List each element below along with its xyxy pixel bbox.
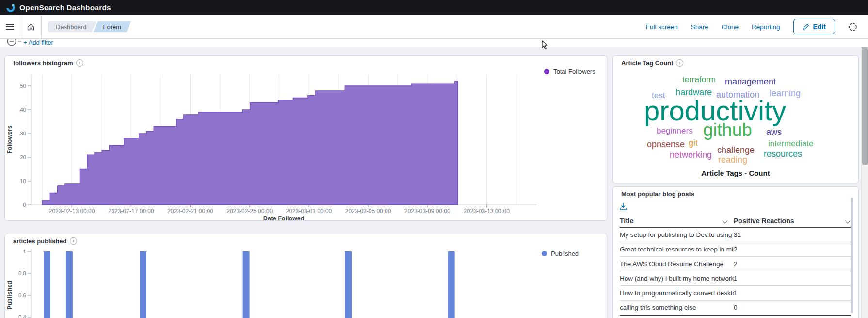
x-tick-label: 2023-03-05 00:00 <box>345 208 391 215</box>
add-filter-link[interactable]: + Add filter <box>23 39 53 46</box>
full-screen-link[interactable]: Full screen <box>646 23 678 31</box>
cell-positive-reactions: 0 <box>734 304 851 311</box>
articles-published-chart[interactable]: 10.80.60.4Published <box>5 247 608 318</box>
y-tick-label: 50 <box>20 83 26 89</box>
column-header-positive-reactions[interactable]: Positive Reactions <box>734 217 851 225</box>
followers-histogram-svg: 010203040502023-02-13 00:002023-02-17 00… <box>5 68 608 221</box>
info-icon[interactable]: i <box>676 59 683 67</box>
table-row: The AWS Cloud Resume Challenge2 <box>620 257 851 271</box>
table-header-row: Title Positive Reactions <box>620 214 851 228</box>
sort-chevron-icon[interactable] <box>845 218 850 223</box>
y-tick-label: 10 <box>20 178 26 184</box>
y-tick-label: 40 <box>20 107 26 113</box>
cell-positive-reactions: 1 <box>734 275 851 282</box>
x-tick-label: 2023-02-25 00:00 <box>226 208 273 215</box>
table-row: Great technical resources to keep in mir… <box>620 242 851 257</box>
y-tick-label: 1 <box>23 249 26 254</box>
panel-title: Most popular blog posts <box>621 190 694 198</box>
total-followers-area <box>42 81 457 205</box>
breadcrumb-forem[interactable]: Forem <box>94 21 131 32</box>
y-axis-title: Published <box>6 281 13 310</box>
table-body: My setup for publishing to Dev.to using3… <box>620 228 851 316</box>
x-tick-label: 2023-03-13 00:00 <box>464 208 510 215</box>
navbar-actions: Full screen Share Clone Reporting Edit <box>646 19 868 34</box>
tag-word-terraform[interactable]: terraform <box>682 75 716 84</box>
cell-title: Great technical resources to keep in mir <box>620 246 734 253</box>
legend-published: Published <box>542 250 579 257</box>
opensearch-logo-icon[interactable] <box>6 3 16 13</box>
table-row: My setup for publishing to Dev.to using3… <box>620 228 851 242</box>
published-bar <box>66 251 73 318</box>
opensearch-dashboards-screen: OpenSearchDashboards Dashboard Forem Ful… <box>0 0 868 318</box>
published-bar <box>44 251 50 318</box>
pencil-icon <box>803 23 809 30</box>
tag-word-reading[interactable]: reading <box>718 155 747 164</box>
cell-title: The AWS Cloud Resume Challenge <box>620 260 734 268</box>
panel-article-tag-count: Article Tag Count i terraformmanagementt… <box>612 55 859 183</box>
sort-chevron-icon[interactable] <box>722 218 727 223</box>
tag-word-aws[interactable]: aws <box>766 128 782 136</box>
panel-scrollbar[interactable] <box>851 198 853 313</box>
x-axis-title: Date Followed <box>263 215 305 221</box>
x-tick-label: 2023-02-21 00:00 <box>167 208 213 215</box>
tag-word-intermediate[interactable]: intermediate <box>768 139 814 148</box>
cell-title: How to programmatically convert deskto <box>620 289 734 297</box>
tag-word-resources[interactable]: resources <box>764 150 802 158</box>
cell-positive-reactions: 2 <box>734 260 851 268</box>
legend-dot <box>542 251 547 256</box>
panel-most-popular-posts: Most popular blog posts Title Positive R… <box>612 186 859 318</box>
legend-total-followers: Total Followers <box>544 68 595 75</box>
posts-table: Title Positive Reactions My setup for pu… <box>620 214 851 316</box>
breadcrumb-dashboard[interactable]: Dashboard <box>48 21 96 32</box>
x-tick-label: 2023-02-13 00:00 <box>49 208 95 215</box>
menu-button[interactable] <box>0 15 20 38</box>
home-button[interactable] <box>20 15 42 38</box>
published-bar <box>243 251 250 318</box>
tag-word-beginners[interactable]: beginners <box>657 127 693 135</box>
articles-published-svg: 10.80.60.4Published <box>5 247 608 318</box>
reporting-link[interactable]: Reporting <box>752 23 780 31</box>
published-bar <box>140 251 146 318</box>
clone-link[interactable]: Clone <box>722 23 739 31</box>
tag-cloud[interactable]: terraformmanagementtesthardwareautomatio… <box>613 56 858 183</box>
home-icon <box>27 23 35 31</box>
edit-button[interactable]: Edit <box>793 19 835 34</box>
published-bar <box>448 251 455 318</box>
panel-title: articles published i <box>13 237 77 245</box>
tag-word-management[interactable]: management <box>725 77 776 86</box>
x-tick-label: 2023-03-01 00:00 <box>286 208 332 215</box>
tag-word-git[interactable]: git <box>689 138 698 147</box>
theme-circle-icon[interactable] <box>848 22 857 32</box>
cell-title: My setup for publishing to Dev.to using <box>620 231 734 238</box>
y-tick-label: 0 <box>23 202 26 208</box>
y-tick-label: 30 <box>20 131 26 136</box>
followers-histogram-chart[interactable]: 010203040502023-02-13 00:002023-02-17 00… <box>5 68 608 221</box>
tag-word-github[interactable]: github <box>703 121 752 139</box>
y-tick-label: 20 <box>20 154 26 160</box>
download-csv-icon[interactable] <box>619 202 629 212</box>
share-link[interactable]: Share <box>691 23 708 31</box>
table-row: How to programmatically convert deskto1 <box>620 286 851 301</box>
panel-followers-histogram: followers histogram i Total Followers 01… <box>4 55 607 221</box>
y-tick-label: 0.4 <box>18 314 27 318</box>
y-tick-label: 0.6 <box>18 292 26 298</box>
filter-bar: + Add filter <box>0 39 868 47</box>
table-row: How (and why) I built my home network1 <box>620 271 851 286</box>
info-icon[interactable]: i <box>70 237 77 245</box>
info-icon[interactable]: i <box>76 59 83 67</box>
published-bar <box>345 251 352 318</box>
app-title: OpenSearchDashboards <box>19 3 111 12</box>
tag-word-networking[interactable]: networking <box>670 151 712 159</box>
column-header-title[interactable]: Title <box>620 217 734 225</box>
panel-articles-published: articles published i Published 10.80.60.… <box>4 234 607 318</box>
tag-word-opnsense[interactable]: opnsense <box>647 140 685 149</box>
tag-word-challenge[interactable]: challenge <box>717 146 755 154</box>
y-axis-title: Followers <box>6 125 13 153</box>
cell-positive-reactions: 1 <box>734 289 851 297</box>
cell-title: How (and why) I built my home network <box>620 275 734 282</box>
top-app-bar: OpenSearchDashboards <box>0 0 868 15</box>
cell-positive-reactions: 2 <box>734 246 851 253</box>
x-tick-label: 2023-03-09 00:00 <box>404 208 450 215</box>
hamburger-icon <box>6 24 14 30</box>
cell-positive-reactions: 31 <box>734 231 851 238</box>
